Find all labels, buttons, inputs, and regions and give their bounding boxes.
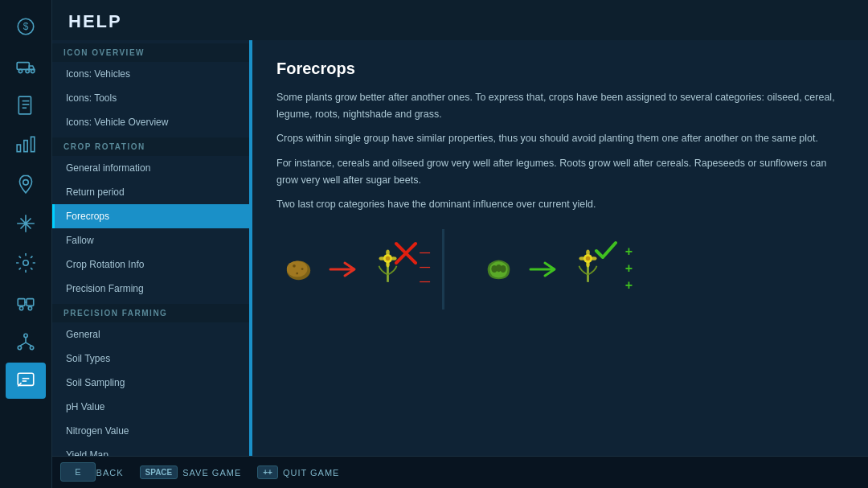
svg-line-25 [26,342,32,346]
quit-game-label: QUIT GAME [283,468,340,478]
svg-point-31 [287,261,308,277]
svg-point-51 [586,261,590,267]
svg-point-22 [30,346,33,349]
bad-crop-result: ─── [366,245,410,293]
svg-point-52 [579,256,585,260]
content-paragraph-1: Some plants grow better after another on… [276,89,844,122]
help-body: ICON OVERVIEW Icons: Vehicles Icons: Too… [52,40,868,456]
nav-item-return-period[interactable]: Return period [52,180,249,204]
svg-rect-16 [27,298,34,306]
good-check-icon [594,239,618,263]
svg-point-37 [386,256,391,261]
sidebar-item-production[interactable] [6,126,46,162]
bad-arrow-icon [329,260,358,279]
svg-rect-6 [18,96,31,114]
svg-rect-12 [31,137,35,151]
good-crop-scene: +++ [477,245,610,293]
nav-item-forecrops[interactable]: Forecrops [52,204,249,228]
nav-section-precision-farming: PRECISION FARMING [52,304,249,322]
nav-item-icons-vehicle-overview[interactable]: Icons: Vehicle Overview [52,110,249,134]
bad-crop-scene: ─── [276,245,410,293]
content-panel: Forecrops Some plants grow better after … [249,40,868,456]
nav-item-ph-value[interactable]: pH Value [52,395,249,419]
svg-point-14 [23,260,29,265]
svg-point-33 [301,268,304,270]
potato-icon [276,247,321,291]
svg-point-50 [586,250,590,256]
sidebar-item-help[interactable] [6,363,46,399]
nav-item-precision-farming-crop[interactable]: Precision Farming [52,277,249,301]
svg-point-39 [386,261,390,267]
svg-point-19 [28,306,31,310]
svg-rect-2 [17,62,29,69]
svg-point-3 [18,69,22,72]
sidebar-item-machine[interactable] [6,284,46,320]
space-key: SPACE [140,465,178,479]
nav-item-general-information[interactable]: General information [52,156,249,180]
save-game-label: SAVE GAME [182,468,241,478]
svg-point-20 [24,334,27,337]
svg-point-38 [386,250,390,256]
bottom-bar: E ESC BACK SPACE SAVE GAME ++ QUIT GAME [52,456,868,488]
help-container: HELP ICON OVERVIEW Icons: Vehicles Icons… [52,0,868,456]
nav-item-icons-vehicles[interactable]: Icons: Vehicles [52,62,249,86]
content-title: Forecrops [276,59,844,78]
good-crop-result: +++ [566,245,610,293]
svg-text:$: $ [23,21,29,32]
sidebar-item-notebook[interactable] [6,87,46,123]
content-paragraph-3: For instance, cereals and oilseed grow v… [276,155,844,188]
illustration: ─── [276,229,844,310]
svg-point-49 [586,256,591,261]
corner-e-button[interactable]: E [60,462,96,482]
nav-item-general[interactable]: General [52,322,249,347]
nav-item-crop-rotation-info[interactable]: Crop Rotation Info [52,252,249,277]
nav-section-crop-rotation: CROP ROTATION [52,137,249,156]
good-arrow-icon [529,260,558,279]
nav-item-yield-map[interactable]: Yield Map [52,443,249,456]
nav-panel: ICON OVERVIEW Icons: Vehicles Icons: Too… [52,40,249,456]
page-title: HELP [52,0,868,40]
sidebar-item-farming[interactable] [6,205,46,241]
svg-point-46 [500,265,506,273]
svg-point-32 [293,265,296,268]
sidebar: $ [0,0,52,488]
content-paragraph-2: Crops within single group have similar p… [276,130,844,147]
svg-rect-11 [24,140,27,151]
nav-item-soil-sampling[interactable]: Soil Sampling [52,371,249,395]
nav-item-nitrogen-value[interactable]: Nitrogen Value [52,419,249,443]
svg-point-5 [31,69,35,72]
legume-icon [477,247,521,291]
nav-section-icon-overview: ICON OVERVIEW [52,43,249,62]
scene-separator [442,229,444,310]
svg-line-24 [19,342,26,346]
svg-rect-10 [17,145,20,152]
nav-item-fallow[interactable]: Fallow [52,228,249,252]
back-label: BACK [96,468,124,478]
sidebar-item-settings[interactable] [6,244,46,281]
svg-point-40 [379,256,385,260]
nav-item-icons-tools[interactable]: Icons: Tools [52,86,249,110]
plus-plus-key: ++ [257,465,278,479]
minus-signs: ─── [420,245,430,289]
content-paragraph-4: Two last crop categories have the domina… [276,196,844,213]
bad-x-icon [394,241,418,265]
quit-game-button[interactable]: ++ QUIT GAME [257,465,339,479]
svg-point-34 [296,273,298,275]
plus-signs: +++ [625,244,633,293]
save-game-button[interactable]: SPACE SAVE GAME [140,465,242,479]
nav-item-soil-types[interactable]: Soil Types [52,347,249,371]
svg-rect-15 [18,298,25,306]
svg-point-21 [18,346,21,349]
sidebar-item-org[interactable] [6,323,46,359]
svg-point-18 [19,306,23,310]
sidebar-item-vehicles[interactable] [6,47,46,84]
svg-point-13 [23,179,29,185]
sidebar-item-map[interactable] [6,166,46,202]
sidebar-item-economy[interactable]: $ [6,8,46,44]
